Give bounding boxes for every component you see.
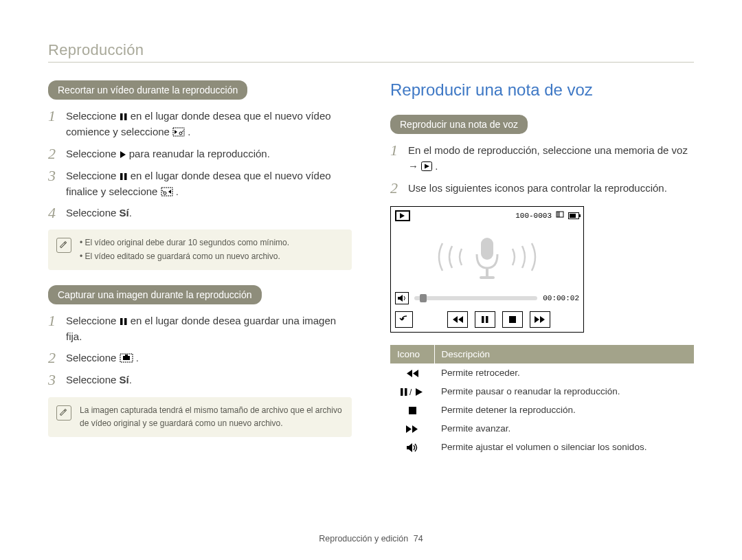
capture-frame-icon — [120, 353, 133, 363]
step-item: 2 Seleccione . — [48, 350, 352, 366]
step-item: 3 Seleccione en el lugar donde desea que… — [48, 168, 352, 200]
section-rule — [48, 62, 694, 63]
note-lines: El vídeo original debe durar 10 segundos… — [80, 236, 289, 262]
text-fragment: En el modo de reproducción, seleccione u… — [408, 144, 688, 172]
text-fragment: para reanudar la reproducción. — [129, 148, 270, 159]
footer-text: Reproducción y edición — [319, 534, 408, 544]
step-number: 2 — [390, 180, 401, 197]
step-text: Seleccione en el lugar donde desea guard… — [66, 313, 352, 345]
note-icon — [56, 405, 71, 421]
slider-knob[interactable] — [420, 294, 427, 302]
heading-pill-capture-image: Capturar una imagen durante la reproducc… — [48, 285, 262, 304]
step-number: 4 — [48, 205, 59, 221]
text-fragment: Seleccione — [66, 207, 120, 219]
step-item: 1 Seleccione en el lugar donde desea gua… — [48, 313, 352, 345]
svg-rect-24 — [401, 388, 403, 396]
step-text: Seleccione . — [66, 350, 139, 366]
forward-icon — [405, 423, 419, 434]
step-number: 1 — [48, 108, 59, 124]
table-cell-desc: Permite pausar o reanudar la reproducció… — [434, 382, 694, 401]
volume-icon — [406, 442, 418, 452]
table-cell-desc: Permite ajustar el volumen o silenciar l… — [434, 438, 694, 457]
table-header-row: Icono Descripción — [390, 345, 694, 363]
table-row: Permite ajustar el volumen o silenciar l… — [390, 438, 694, 457]
volume-button[interactable] — [395, 292, 409, 304]
text-fragment: Seleccione — [66, 110, 120, 122]
step-number: 1 — [390, 142, 401, 159]
step-number: 2 — [48, 146, 59, 162]
bold-text: Sí — [120, 207, 129, 219]
svg-rect-10 — [124, 318, 127, 325]
svg-rect-18 — [481, 238, 493, 260]
svg-rect-20 — [480, 276, 495, 279]
text-fragment: . — [176, 186, 179, 197]
svg-rect-0 — [120, 113, 123, 120]
svg-rect-1 — [124, 113, 127, 120]
elapsed-time: 00:00:02 — [543, 294, 579, 302]
rewind-button[interactable] — [447, 311, 468, 328]
step-text: Use los siguientes iconos para controlar… — [408, 180, 667, 196]
pause-icon — [120, 113, 128, 121]
stop-button[interactable] — [502, 311, 523, 328]
step-item: 2 Seleccione para reanudar la reproducci… — [48, 146, 352, 162]
note-line: El vídeo original debe durar 10 segundos… — [80, 236, 289, 249]
svg-rect-4 — [120, 173, 123, 180]
text-fragment: . — [188, 126, 190, 137]
note-box: El vídeo original debe durar 10 segundos… — [48, 229, 352, 269]
page-number: 74 — [414, 534, 423, 544]
note-lines: La imagen capturada tendrá el mismo tama… — [80, 404, 342, 430]
text-fragment: . — [129, 374, 132, 385]
table-row: Permite retroceder. — [390, 363, 694, 382]
svg-rect-25 — [405, 388, 407, 396]
step-item: 2 Use los siguientes iconos para control… — [390, 180, 694, 197]
text-fragment: . — [435, 160, 438, 172]
svg-rect-21 — [482, 316, 484, 323]
playback-mode-icon — [395, 210, 410, 221]
page-footer: Reproducción y edición 74 — [0, 534, 742, 544]
pause-button[interactable] — [475, 311, 495, 328]
stop-icon — [408, 405, 417, 415]
svg-rect-22 — [486, 316, 488, 323]
svg-text:/: / — [409, 388, 412, 396]
text-fragment: Seleccione — [66, 352, 120, 363]
text-fragment: Seleccione — [66, 315, 120, 326]
table-cell-desc: Permite retroceder. — [434, 363, 694, 382]
step-text: Seleccione en el lugar donde desea que e… — [66, 168, 352, 200]
trim-end-icon — [161, 187, 173, 197]
table-row: Permite avanzar. — [390, 419, 694, 438]
section-breadcrumb: Reproducción — [48, 41, 694, 59]
play-icon — [120, 150, 126, 159]
svg-rect-9 — [120, 318, 123, 325]
back-button[interactable] — [395, 311, 413, 328]
table-cell-desc: Permite avanzar. — [434, 419, 694, 438]
text-fragment: . — [129, 207, 132, 219]
right-column: Reproducir una nota de voz Reproducir un… — [390, 80, 694, 457]
file-id: 100-0003 — [515, 212, 552, 220]
heading-pill-voice: Reproducir una nota de voz — [390, 115, 528, 134]
pause-icon — [120, 317, 128, 326]
svg-rect-23 — [509, 316, 516, 323]
pause-play-icon: / — [400, 386, 425, 396]
step-number: 2 — [48, 350, 59, 366]
voice-memo-graphic — [391, 225, 583, 289]
text-fragment: Seleccione — [66, 170, 120, 181]
steps-trim-video: 1 Seleccione en el lugar donde desea que… — [48, 108, 352, 221]
steps-capture-image: 1 Seleccione en el lugar donde desea gua… — [48, 313, 352, 389]
bold-text: Sí — [120, 374, 129, 385]
two-column-layout: Recortar un vídeo durante la reproducció… — [48, 80, 694, 457]
text-fragment: Seleccione — [66, 148, 120, 159]
rewind-icon — [405, 368, 419, 378]
trim-start-icon — [172, 127, 185, 137]
forward-button[interactable] — [530, 311, 550, 328]
step-item: 3 Seleccione Sí. — [48, 372, 352, 388]
progress-slider[interactable] — [414, 296, 537, 300]
icon-description-table: Icono Descripción Permite retroceder. / … — [390, 345, 694, 457]
device-status-right: 100-0003 — [515, 210, 579, 221]
steps-voice: 1 En el modo de reproducción, seleccione… — [390, 142, 694, 197]
heading-pill-trim-video: Recortar un vídeo durante la reproducció… — [48, 80, 247, 100]
table-row: Permite detener la reproducción. — [390, 401, 694, 419]
device-status-bar: 100-0003 — [391, 207, 583, 225]
left-column: Recortar un vídeo durante la reproducció… — [48, 80, 352, 457]
svg-rect-12 — [123, 356, 130, 360]
step-item: 1 Seleccione en el lugar donde desea que… — [48, 108, 352, 140]
